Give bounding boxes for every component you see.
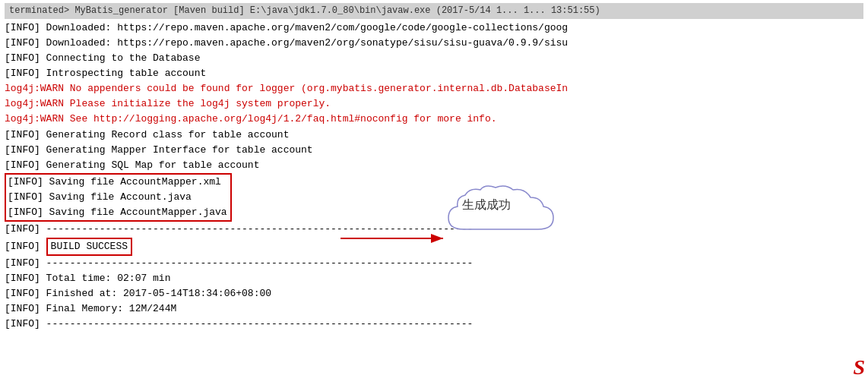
build-success-box: BUILD SUCCESS bbox=[46, 238, 132, 256]
log-line: [INFO] Generating Record class for table… bbox=[5, 128, 863, 143]
subletter-icon: S bbox=[853, 351, 865, 383]
top-bar: terminated> MyBatis_generator [Maven bui… bbox=[5, 3, 863, 19]
log-line: [INFO] Downloaded: https://repo.maven.ap… bbox=[5, 20, 863, 36]
log-line: log4j:WARN No appenders could be found f… bbox=[5, 81, 863, 96]
log-line: [INFO] Finished at: 2017-05-14T18:34:06+… bbox=[5, 286, 863, 301]
log-line: log4j:WARN See http://logging.apache.org… bbox=[5, 112, 863, 127]
log-line: [INFO] ---------------------------------… bbox=[5, 317, 863, 332]
log-line: [INFO] Final Memory: 12M/244M bbox=[5, 301, 863, 317]
log-line: [INFO] Downloaded: https://repo.maven.ap… bbox=[5, 36, 863, 51]
log-line: [INFO] Generating SQL Map for table acco… bbox=[5, 158, 863, 173]
log-line: [INFO] Introspecting table account bbox=[5, 66, 863, 81]
log-line: log4j:WARN Please initialize the log4j s… bbox=[5, 96, 863, 112]
log-line: [INFO] Saving file AccountMapper.xml bbox=[8, 175, 227, 190]
cloud-text: 生成成功 bbox=[462, 196, 511, 215]
log-line: [INFO] Saving file Account.java bbox=[8, 190, 227, 205]
log-lines: [INFO] Downloaded: https://repo.maven.ap… bbox=[5, 20, 863, 333]
console-output: terminated> MyBatis_generator [Maven bui… bbox=[0, 0, 868, 391]
log-line: [INFO] Connecting to the Database bbox=[5, 51, 863, 66]
log-line: [INFO] Saving file AccountMapper.java bbox=[8, 205, 227, 220]
log-line: [INFO] ---------------------------------… bbox=[5, 256, 863, 271]
log-line: [INFO] Total time: 02:07 min bbox=[5, 271, 863, 286]
log-line: [INFO] Generating Mapper Interface for t… bbox=[5, 143, 863, 158]
red-arrow bbox=[341, 227, 451, 250]
